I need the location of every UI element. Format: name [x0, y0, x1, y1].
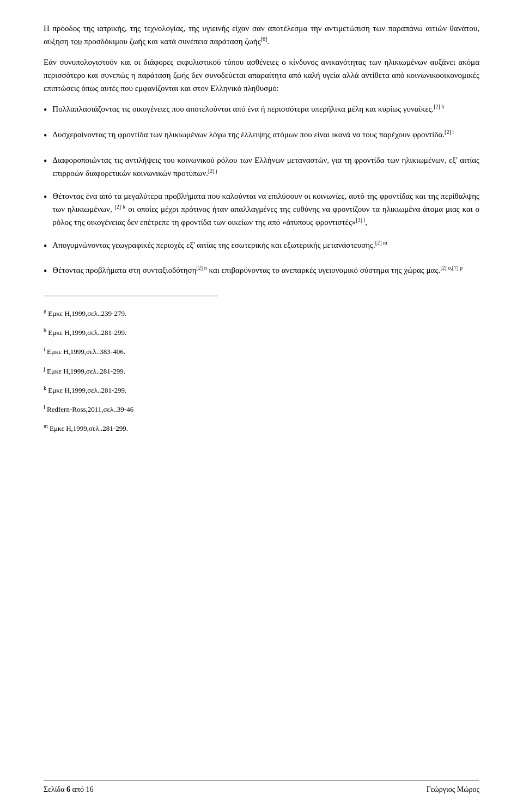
paragraph-1-text: Η πρόοδος της ιατρικής, της τεχνολογίας,… — [44, 24, 479, 46]
bullet-item-1: • Πολλαπλασιάζοντας τις οικογένειες που … — [44, 102, 479, 118]
footer-spacer — [44, 441, 479, 485]
bullet-text-5: Απογυμνώνοντας γεωγραφικές περιοχές εξ' … — [52, 239, 479, 252]
bullet-dot-4: • — [44, 190, 47, 205]
bullet-dot-3: • — [44, 154, 47, 169]
main-content: Η πρόοδος της ιατρικής, της τεχνολογίας,… — [44, 22, 479, 485]
footnote-j: j Εμκε Η,1999,σελ..281-299. — [44, 365, 479, 377]
bullet-text-3: Διαφοροποιώντας τις αντιλήψεις του κοινω… — [52, 154, 479, 180]
bullet-item-5: • Απογυμνώνοντας γεωγραφικές περιοχές εξ… — [44, 239, 479, 254]
page-footer: Σελίδα 6 από 16 Γεώργιος Μώρος — [44, 780, 479, 796]
bullet-text-1: Πολλαπλασιάζοντας τις οικογένειες που απ… — [52, 102, 479, 115]
footer-author: Γεώργιος Μώρος — [427, 784, 479, 796]
bullet-text-2: Δυσχεραίνοντας τη φροντίδα των ηλικιωμέν… — [52, 128, 479, 141]
footnote-l: l Redfern-Ross,2011,σελ..39-46 — [44, 403, 479, 416]
footer-page-label: Σελίδα — [44, 785, 66, 793]
footnotes-section: g Εμκε Η,1999,σελ..239-279. h Εμκε Η,199… — [44, 307, 479, 435]
footer-page-separator: από — [70, 785, 86, 793]
footnote-m: m Εμκε Η,1999,σελ..281-299. — [44, 422, 479, 435]
bullet-item-3: • Διαφοροποιώντας τις αντιλήψεις του κοι… — [44, 154, 479, 180]
bullet-section: • Πολλαπλασιάζοντας τις οικογένειες που … — [44, 102, 479, 279]
paragraph-2-text: Εάν συνυπολογιστούν και οι διάφορες εκφυ… — [44, 58, 479, 93]
footnote-i: i Εμκε Η,1999,σελ..383-406. — [44, 345, 479, 358]
bullet-dot-5: • — [44, 239, 47, 254]
bullet-dot-6: • — [44, 264, 47, 279]
bullet-dot-1: • — [44, 102, 47, 118]
footer-page-current: 6 — [66, 785, 70, 793]
paragraph-2: Εάν συνυπολογιστούν και οι διάφορες εκφυ… — [44, 56, 479, 95]
paragraph-1: Η πρόοδος της ιατρικής, της τεχνολογίας,… — [44, 22, 479, 48]
bullet-item-4: • Θέτοντας ένα από τα μεγαλύτερα προβλήμ… — [44, 190, 479, 229]
bullet-dot-2: • — [44, 128, 47, 144]
footnote-h: h Εμκε Η,1999,σελ..281-299. — [44, 326, 479, 339]
bullet-text-4: Θέτοντας ένα από τα μεγαλύτερα προβλήματ… — [52, 190, 479, 229]
footnote-divider — [44, 296, 218, 296]
bullet-item-6: • Θέτοντας προβλήματα στη συνταξιοδότηση… — [44, 264, 479, 279]
footnote-g: g Εμκε Η,1999,σελ..239-279. — [44, 307, 479, 320]
footer-page-total: 16 — [86, 785, 93, 793]
bullet-item-2: • Δυσχεραίνοντας τη φροντίδα των ηλικιωμ… — [44, 128, 479, 144]
footnote-k: k Εμκε Η,1999,σελ..281-299. — [44, 384, 479, 396]
bullet-text-6: Θέτοντας προβλήματα στη συνταξιοδότηση[2… — [52, 264, 479, 277]
footer-page-info: Σελίδα 6 από 16 — [44, 784, 93, 796]
